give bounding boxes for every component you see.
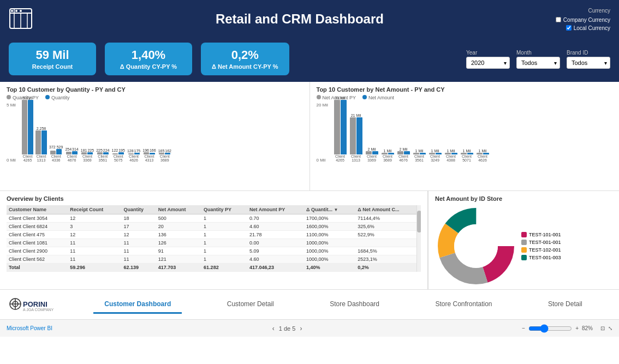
table-row: Client Client 1081 11 11 126 1 0.00 1000… bbox=[7, 239, 421, 247]
nav-bar: PORINI A JGA COMPANY Customer Dashboard … bbox=[0, 289, 619, 319]
bar-group-5075: 122195 Client5075 bbox=[112, 148, 125, 163]
net-amount-chart-area: 20 Mil 0 Mil 31 Mil Client4265 21 Mil bbox=[317, 103, 613, 174]
legend-label-gold: TEST-102-001 bbox=[529, 247, 561, 253]
legend-color-gray bbox=[521, 240, 527, 245]
quantity-chart-panel: Top 10 Customer by Quantity - PY and CY … bbox=[0, 82, 310, 190]
na-bar-3689: 1 Mil Client3689 bbox=[382, 149, 394, 163]
brand-select[interactable]: Todos bbox=[567, 57, 610, 69]
tab-store-dashboard[interactable]: Store Dashboard bbox=[319, 296, 390, 314]
zoom-plus[interactable]: + bbox=[575, 325, 579, 331]
tab-customer-dashboard[interactable]: Customer Dashboard bbox=[93, 296, 182, 314]
logo-svg: PORINI A JGA COMPANY bbox=[9, 295, 63, 314]
na-bar-4388: 1 Mil Client4388 bbox=[445, 149, 457, 163]
fit-page-icon[interactable]: ⊡ bbox=[600, 325, 605, 331]
bar-label-3689: Client3689 bbox=[160, 154, 170, 163]
tab-store-detail[interactable]: Store Detail bbox=[537, 296, 593, 314]
na-bar-5071: 1 Mil Client5071 bbox=[461, 149, 473, 163]
legend-item-gray: TEST-001-001 bbox=[521, 240, 561, 245]
table-scroll-container[interactable]: Customer Name Receipt Count Quantity Net… bbox=[7, 205, 421, 272]
bar-cy-4265 bbox=[28, 100, 33, 154]
year-filter-label: Year bbox=[466, 50, 510, 56]
table-row: Client Client 6824 3 17 20 1 4.60 1600,0… bbox=[7, 223, 421, 231]
table-row: Client Client 2900 11 11 91 1 5.09 1000,… bbox=[7, 247, 421, 255]
bottom-row: Overview by Clients Customer Name Receip… bbox=[0, 191, 619, 289]
th-delta-qty[interactable]: Δ Quantit... ▼ bbox=[304, 205, 355, 214]
bar-group-4265: 5.016 Client4265 bbox=[22, 96, 33, 163]
table-row: Client Client 562 11 11 121 1 4.60 1000,… bbox=[7, 255, 421, 264]
page-title: Retail and CRM Dashboard bbox=[44, 11, 556, 27]
na-bar-3561: 1 Mil Client3561 bbox=[413, 149, 426, 163]
legend-qty: Quantity bbox=[45, 95, 70, 100]
month-select[interactable]: TodosJanFeb bbox=[516, 57, 560, 69]
na-bar-4626: 1 Mil Client4626 bbox=[477, 149, 489, 163]
overview-table-panel: Overview by Clients Customer Name Receip… bbox=[0, 191, 428, 289]
local-currency-option[interactable]: Local Currency bbox=[566, 25, 610, 31]
bar-group-4626: 128175 Client4626 bbox=[127, 149, 140, 163]
tab-customer-detail[interactable]: Customer Detail bbox=[216, 296, 285, 314]
scrollbar-track[interactable] bbox=[416, 205, 421, 272]
cell-net: 500 bbox=[156, 214, 201, 223]
scrollbar-thumb[interactable] bbox=[417, 211, 421, 232]
kpi-net-amount: 0,2% Δ Net Amount CY-PY % bbox=[201, 43, 289, 75]
y-axis-top-qty: 5 Mil bbox=[7, 103, 16, 108]
app-icon bbox=[9, 8, 33, 31]
tab-store-confrontation[interactable]: Store Confrontation bbox=[424, 296, 503, 314]
company-currency-option[interactable]: Company Currency bbox=[556, 17, 610, 23]
brand-filter: Brand ID Todos bbox=[567, 50, 610, 69]
bar-group-4336: 372529 Client4336 bbox=[49, 145, 63, 163]
zoom-minus[interactable]: − bbox=[522, 325, 525, 331]
bar-py-4265 bbox=[22, 100, 27, 154]
bar-group-1313: 2.258 Client1313 bbox=[35, 127, 47, 163]
donut-legend: TEST-101-001 TEST-001-001 TEST-102-001 T… bbox=[521, 232, 561, 260]
kpi-receipt-count: 59 Mil Receipt Count bbox=[9, 43, 96, 75]
page-next-button[interactable]: › bbox=[300, 325, 302, 332]
status-bar: Microsoft Power BI ‹ 1 de 5 › − + 82% ⊡ … bbox=[0, 319, 619, 337]
month-select-wrapper: TodosJanFeb bbox=[516, 57, 560, 69]
zoom-slider[interactable] bbox=[528, 324, 572, 333]
brand-select-wrapper: Todos bbox=[567, 57, 610, 69]
net-amount-bars: 31 Mil Client4265 21 Mil Clien bbox=[334, 103, 613, 163]
legend-net: Net Amount bbox=[362, 95, 394, 100]
net-amount-chart-legend: Net Amount PY Net Amount bbox=[317, 95, 613, 100]
currency-label: Currency bbox=[588, 8, 610, 14]
overview-title: Overview by Clients bbox=[7, 195, 421, 202]
bar-py-1313 bbox=[35, 130, 41, 154]
cell-qty: 18 bbox=[121, 214, 156, 223]
overview-table: Customer Name Receipt Count Quantity Net… bbox=[7, 205, 421, 272]
bar-group-3689: 165162 Client3689 bbox=[158, 149, 171, 163]
powerbi-link[interactable]: Microsoft Power BI bbox=[7, 325, 52, 331]
bar-label-1313: Client1313 bbox=[37, 154, 46, 163]
page-prev-button[interactable]: ‹ bbox=[272, 325, 275, 332]
bar-label-5075: Client5075 bbox=[114, 154, 123, 163]
svg-point-7 bbox=[20, 10, 22, 12]
legend-color-teal bbox=[521, 255, 527, 260]
na-bar-3369: 2 Mil Client3369 bbox=[366, 147, 378, 163]
donut-center bbox=[454, 224, 498, 268]
pagination: ‹ 1 de 5 › bbox=[272, 325, 302, 332]
th-net-amount-py: Net Amount PY bbox=[247, 205, 304, 214]
quantity-chart-title: Top 10 Customer by Quantity - PY and CY bbox=[7, 86, 303, 93]
zoom-value: 82% bbox=[582, 325, 593, 331]
brand-filter-label: Brand ID bbox=[567, 50, 610, 56]
kpi-receipt-value: 59 Mil bbox=[20, 48, 85, 62]
bar-group-3561: 225224 Client3561 bbox=[96, 148, 109, 163]
local-currency-checkbox[interactable] bbox=[566, 25, 572, 31]
y-axis-top-net: 20 Mil bbox=[317, 103, 328, 108]
bar-cy-4336 bbox=[56, 149, 62, 154]
fullscreen-icon[interactable]: ⤡ bbox=[608, 325, 612, 331]
table-total-row: Total 59.296 62.139 417.703 61.282 417.0… bbox=[7, 264, 421, 272]
na-bar-4265: 31 Mil Client4265 bbox=[334, 96, 347, 163]
kpi-net-label: Δ Net Amount CY-PY % bbox=[212, 63, 278, 70]
month-filter: Month TodosJanFeb bbox=[516, 50, 560, 69]
svg-text:A JGA COMPANY: A JGA COMPANY bbox=[23, 308, 54, 312]
net-amount-chart-panel: Top 10 Customer by Net Amount - PY and C… bbox=[310, 82, 620, 190]
porini-logo: PORINI A JGA COMPANY bbox=[9, 295, 63, 315]
svg-point-5 bbox=[11, 10, 13, 12]
y-axis-bottom-qty: 0 Mil bbox=[7, 158, 16, 163]
na-bar-3249: 1 Mil Client3249 bbox=[429, 149, 442, 163]
company-currency-checkbox[interactable] bbox=[556, 17, 561, 22]
donut-title: Net Amount by ID Store bbox=[435, 195, 612, 202]
year-select[interactable]: 2020201920182021 bbox=[466, 57, 510, 69]
bar-group-3369: 181225 Client3369 bbox=[81, 148, 94, 163]
kpi-quantity-label: Δ Quantity CY-PY % bbox=[116, 63, 181, 70]
